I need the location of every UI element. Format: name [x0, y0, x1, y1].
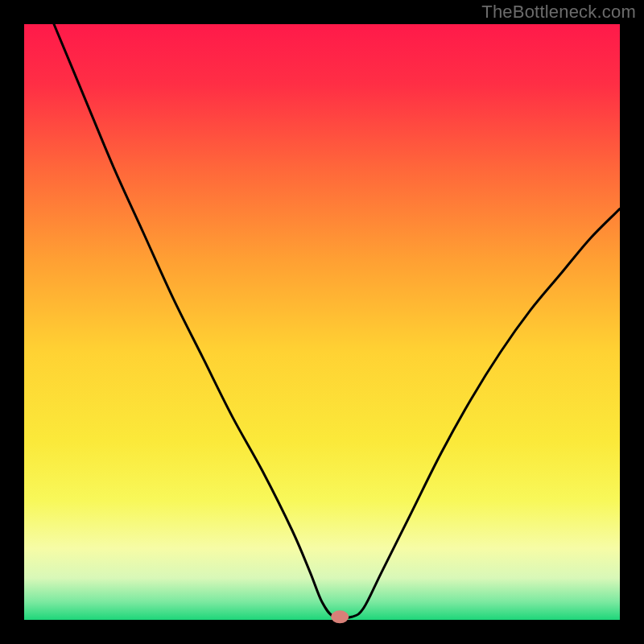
plot-background — [24, 24, 620, 620]
optimum-marker — [331, 610, 349, 623]
chart-container: TheBottleneck.com — [0, 0, 644, 644]
bottleneck-chart — [0, 0, 644, 644]
watermark-text: TheBottleneck.com — [481, 2, 636, 23]
